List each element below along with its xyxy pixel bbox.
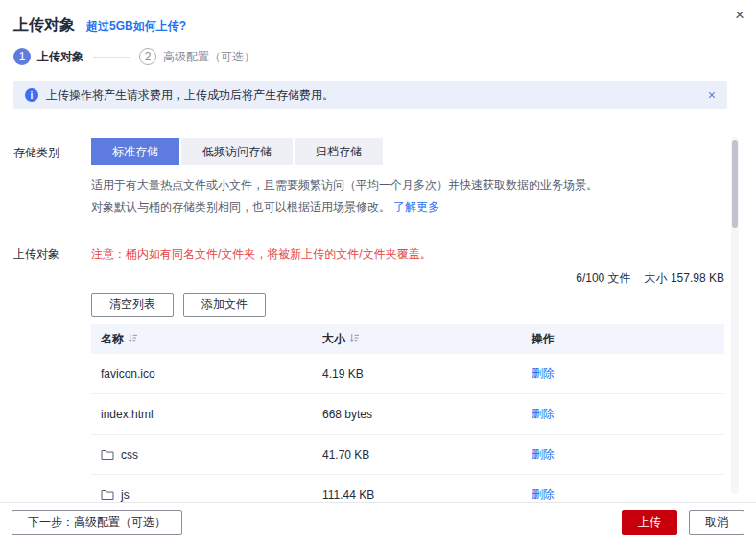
folder-icon	[101, 449, 114, 460]
next-step-button[interactable]: 下一步：高级配置（可选）	[12, 510, 182, 535]
delete-link[interactable]: 删除	[532, 366, 555, 380]
step-connector	[93, 57, 130, 58]
file-size: 4.19 KB	[313, 354, 522, 394]
step-1: 1 上传对象	[13, 48, 83, 65]
file-name: favicon.ico	[101, 367, 155, 381]
sort-icon-name[interactable]	[128, 333, 138, 346]
file-stats: 6/100 文件 大小 157.98 KB	[91, 271, 724, 287]
tab-archive-storage[interactable]: 归档存储	[295, 138, 383, 165]
upload-object-label: 上传对象	[13, 240, 91, 527]
page-title: 上传对象	[13, 15, 75, 35]
overwrite-warning: 注意：桶内如有同名文件/文件夹，将被新上传的文件/文件夹覆盖。	[91, 240, 724, 263]
file-toolbar: 清空列表 添加文件	[91, 293, 724, 317]
sort-icon-size[interactable]	[349, 333, 360, 346]
banner-close-icon[interactable]: ×	[708, 87, 716, 103]
storage-class-tabs: 标准存储 低频访问存储 归档存储	[91, 138, 724, 165]
step-2-label: 高级配置（可选）	[163, 49, 255, 65]
clear-list-button[interactable]: 清空列表	[91, 293, 174, 317]
step-1-number: 1	[13, 48, 31, 65]
info-icon: i	[25, 88, 38, 102]
folder-icon	[101, 489, 114, 501]
storage-class-description-1: 适用于有大量热点文件或小文件，且需要频繁访问（平均一个月多次）并快速获取数据的业…	[91, 175, 724, 197]
total-size: 大小 157.98 KB	[645, 271, 724, 287]
cancel-button[interactable]: 取消	[689, 510, 744, 535]
tab-infrequent-access-storage[interactable]: 低频访问存储	[181, 138, 293, 165]
info-banner-text: 上传操作将产生请求费用，上传成功后将产生存储费用。	[46, 87, 334, 104]
table-row: favicon.ico 4.19 KB 删除	[91, 354, 724, 394]
step-indicator: 1 上传对象 2 高级配置（可选）	[0, 35, 756, 65]
add-file-button[interactable]: 添加文件	[183, 293, 266, 317]
file-table: 名称 大小 操作 favicon.ico 4.19 KB 删除	[91, 324, 724, 515]
close-icon[interactable]: ×	[735, 7, 744, 23]
file-size: 668 bytes	[313, 394, 522, 435]
dialog-header: 上传对象 超过5GB如何上传?	[0, 0, 756, 35]
dialog-footer: 下一步：高级配置（可选） 上传 取消	[0, 502, 756, 542]
step-2-number: 2	[139, 48, 156, 65]
delete-link[interactable]: 删除	[532, 487, 555, 501]
vertical-scrollbar[interactable]	[731, 137, 739, 494]
folder-name: css	[121, 448, 138, 461]
file-size: 41.70 KB	[313, 435, 522, 475]
storage-class-description-2: 对象默认与桶的存储类别相同，也可以根据适用场景修改。	[91, 200, 390, 214]
tab-standard-storage[interactable]: 标准存储	[91, 138, 179, 165]
delete-link[interactable]: 删除	[532, 447, 555, 460]
info-banner: i 上传操作将产生请求费用，上传成功后将产生存储费用。 ×	[13, 81, 727, 109]
table-row: css 41.70 KB 删除	[91, 435, 724, 475]
storage-class-label: 存储类别	[13, 138, 91, 219]
learn-more-link[interactable]: 了解更多	[393, 200, 439, 214]
column-header-action: 操作	[522, 324, 724, 354]
step-2: 2 高级配置（可选）	[139, 48, 255, 65]
upload-button[interactable]: 上传	[622, 510, 677, 535]
delete-link[interactable]: 删除	[532, 407, 555, 420]
table-header-row: 名称 大小 操作	[91, 324, 724, 354]
folder-name: js	[121, 488, 130, 502]
upload-object-row: 上传对象 注意：桶内如有同名文件/文件夹，将被新上传的文件/文件夹覆盖。 6/1…	[0, 240, 756, 527]
step-1-label: 上传对象	[37, 49, 83, 65]
file-name: index.html	[101, 408, 154, 421]
column-header-size: 大小	[313, 324, 522, 354]
storage-class-row: 存储类别 标准存储 低频访问存储 归档存储 适用于有大量热点文件或小文件，且需要…	[0, 138, 756, 219]
vertical-scrollbar-thumb[interactable]	[732, 140, 738, 228]
column-header-name: 名称	[91, 324, 313, 354]
file-count: 6/100 文件	[576, 271, 630, 287]
table-row: index.html 668 bytes 删除	[91, 394, 724, 435]
upload-object-dialog: × 上传对象 超过5GB如何上传? 1 上传对象 2 高级配置（可选） i 上传…	[0, 0, 756, 542]
help-link[interactable]: 超过5GB如何上传?	[86, 18, 186, 35]
